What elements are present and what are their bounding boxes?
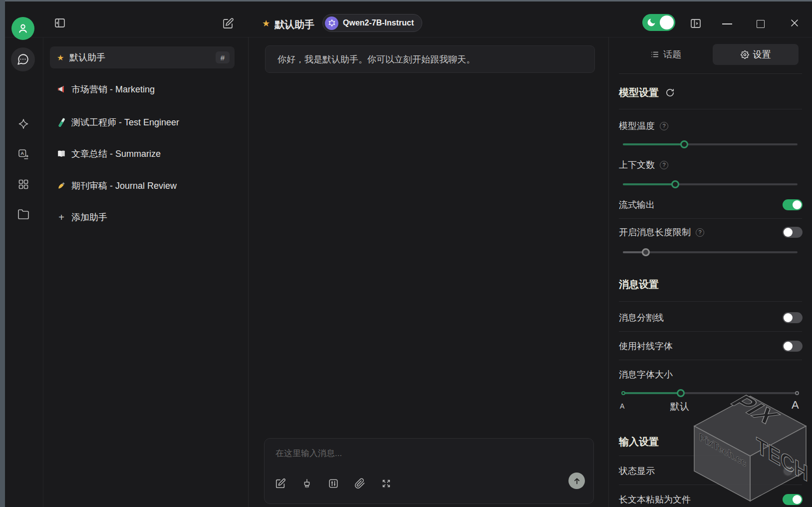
maximize-button[interactable]: [757, 20, 765, 28]
stream-output-toggle[interactable]: [783, 199, 803, 210]
list-icon: [650, 50, 659, 59]
font-size-min-mark: A: [620, 402, 624, 410]
tab-topics-label: 话题: [663, 48, 681, 60]
clear-context-button[interactable]: [301, 478, 313, 490]
tab-settings[interactable]: 设置: [713, 44, 799, 65]
attach-file-button[interactable]: [354, 478, 366, 490]
nav-chat-button[interactable]: [11, 47, 35, 71]
stream-output-label: 流式输出: [619, 199, 655, 211]
slider-fill: [623, 392, 681, 394]
qwen-logo-icon: [325, 16, 338, 30]
context-count-label: 上下文数: [619, 159, 655, 171]
slider-knob[interactable]: [642, 248, 650, 256]
context-slider[interactable]: [623, 180, 798, 188]
add-assistant-button[interactable]: + 添加助手: [50, 206, 235, 228]
input-new-topic-button[interactable]: [274, 478, 286, 490]
assistant-item-summarize[interactable]: 文章总结 - Summarize: [50, 143, 235, 165]
slider-knob[interactable]: [671, 180, 679, 188]
expand-icon: [381, 478, 392, 489]
toggle-knob: [660, 15, 674, 29]
toggle-knob: [784, 228, 793, 237]
assistant-label: 市场营销 - Marketing: [71, 83, 155, 95]
person-icon: [16, 22, 29, 35]
assistant-item-journal-review[interactable]: 期刊审稿 - Journal Review: [50, 175, 235, 197]
refresh-icon[interactable]: [665, 88, 675, 97]
model-params-button[interactable]: [327, 478, 339, 490]
tab-topics[interactable]: 话题: [621, 44, 711, 65]
favorite-star-icon: ★: [262, 18, 270, 29]
assistant-item-default[interactable]: ★ 默认助手 #: [50, 46, 235, 68]
help-icon[interactable]: ?: [660, 122, 668, 130]
assistant-item-test-engineer[interactable]: 测试工程师 - Test Engineer: [50, 111, 235, 133]
compose-icon: [275, 478, 286, 489]
serif-font-toggle[interactable]: [783, 341, 803, 352]
close-icon: [790, 18, 799, 27]
collapse-sidebar-button[interactable]: [53, 16, 66, 29]
book-icon: [57, 149, 66, 158]
expand-input-button[interactable]: [380, 478, 392, 490]
slider-fill: [623, 143, 684, 145]
send-button[interactable]: [568, 473, 585, 489]
length-limit-slider[interactable]: [623, 248, 798, 256]
translate-icon: A: [17, 148, 29, 160]
broom-icon: [301, 478, 312, 489]
toggle-knob: [793, 495, 802, 504]
font-size-label: 消息字体大小: [619, 369, 673, 381]
nav-files-button[interactable]: [17, 208, 29, 220]
dark-mode-toggle[interactable]: [642, 14, 675, 31]
compose-icon: [222, 17, 234, 29]
collapse-right-panel-button[interactable]: [689, 17, 702, 30]
status-display-toggle[interactable]: [783, 466, 803, 477]
slider-min-dot: [621, 391, 625, 395]
toggle-knob: [784, 342, 793, 351]
message-input[interactable]: [274, 446, 556, 462]
message-settings-title: 消息设置: [619, 278, 659, 290]
close-button[interactable]: [790, 18, 799, 27]
assistant-label: 文章总结 - Summarize: [71, 148, 161, 160]
nav-agents-button[interactable]: [17, 118, 29, 130]
assistant-label: 期刊审稿 - Journal Review: [71, 180, 177, 192]
paperclip-icon: [354, 478, 365, 489]
message-divider-toggle[interactable]: [783, 312, 803, 323]
toggle-knob: [793, 200, 802, 209]
paste-long-text-toggle[interactable]: [783, 494, 803, 505]
greeting-text: 你好，我是默认助手。你可以立刻开始跟我聊天。: [277, 53, 475, 65]
svg-text:A: A: [20, 150, 24, 156]
divider: [619, 73, 802, 74]
tab-settings-label: 设置: [753, 48, 771, 60]
nav-apps-button[interactable]: [17, 178, 29, 190]
divider: [619, 109, 802, 109]
length-limit-toggle[interactable]: [783, 227, 803, 238]
assistant-item-marketing[interactable]: 市场营销 - Marketing: [50, 78, 235, 100]
panel-left-icon: [54, 17, 66, 29]
plus-icon: +: [57, 212, 66, 223]
model-name: Qwen2-7B-Instruct: [343, 18, 414, 27]
topic-count-badge[interactable]: #: [216, 51, 230, 63]
moon-icon: [646, 17, 656, 27]
temperature-slider[interactable]: [623, 140, 798, 148]
message-input-container: [264, 438, 594, 504]
new-chat-button[interactable]: [222, 17, 235, 30]
temperature-label: 模型温度: [619, 120, 655, 132]
slider-knob[interactable]: [677, 389, 685, 397]
gear-icon: [741, 50, 749, 59]
writing-hand-icon: [57, 181, 66, 190]
chat-bubble-icon: [16, 53, 29, 66]
toggle-knob: [784, 467, 793, 476]
nav-rail: A: [5, 37, 43, 507]
minimize-button[interactable]: [722, 23, 732, 24]
divider: [619, 301, 802, 302]
help-icon[interactable]: ?: [696, 228, 704, 237]
help-icon[interactable]: ?: [660, 161, 668, 169]
grid-icon: [17, 178, 29, 190]
folder-icon: [17, 208, 29, 220]
nav-translate-button[interactable]: A: [17, 148, 29, 160]
toggle-knob: [784, 313, 793, 322]
slider-knob[interactable]: [680, 140, 688, 148]
slider-fill: [623, 183, 675, 185]
font-size-slider[interactable]: [623, 389, 798, 397]
sparkle-icon: [17, 118, 29, 130]
assistant-greeting-message: 你好，我是默认助手。你可以立刻开始跟我聊天。: [265, 45, 595, 73]
model-selector[interactable]: Qwen2-7B-Instruct: [322, 14, 422, 32]
paste-long-text-label: 长文本粘贴为文件: [619, 494, 691, 506]
